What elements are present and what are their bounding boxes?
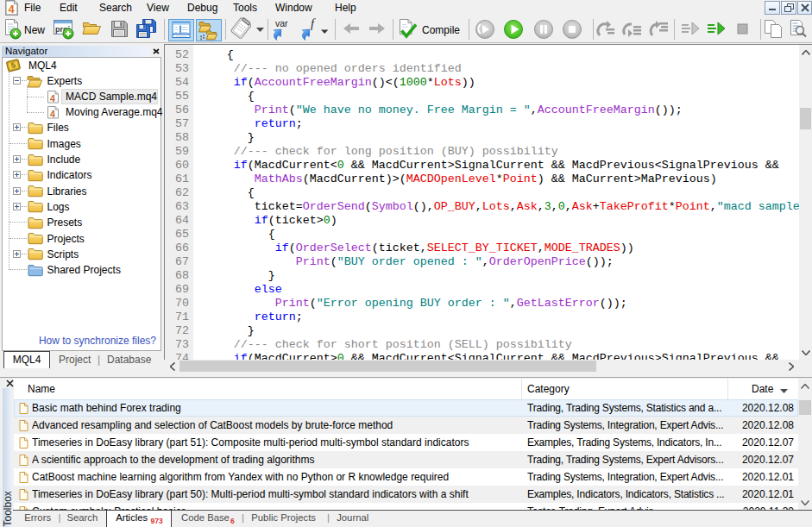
- svg-text:4: 4: [50, 109, 55, 119]
- svg-text:4: 4: [8, 3, 15, 16]
- svg-text:var: var: [275, 18, 288, 28]
- svg-text:4: 4: [50, 92, 55, 103]
- svg-text:f: f: [311, 16, 316, 30]
